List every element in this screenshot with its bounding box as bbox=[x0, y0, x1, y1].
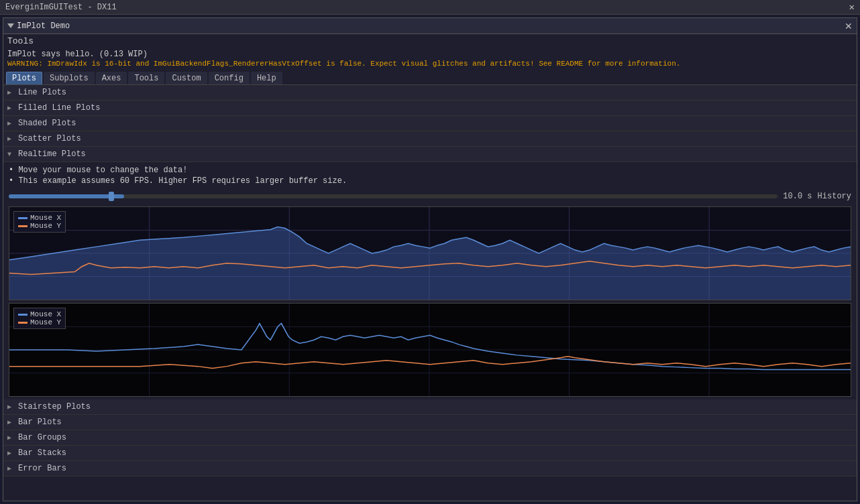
history-bar: 10.0 s History bbox=[3, 189, 857, 204]
history-slider-thumb[interactable] bbox=[109, 192, 114, 201]
section-arrow-stairstep: ▶ bbox=[7, 403, 14, 411]
section-arrow-bar-groups: ▶ bbox=[7, 434, 14, 442]
section-filled-line-plots[interactable]: ▶ Filled Line Plots bbox=[3, 101, 857, 116]
section-title-bar-stacks: Bar Stacks bbox=[18, 448, 66, 458]
section-arrow-bar-plots: ▶ bbox=[7, 418, 14, 426]
section-title-bar-plots: Bar Plots bbox=[18, 418, 62, 427]
chart1-label-mouse-y: Mouse Y bbox=[30, 222, 61, 230]
chart1-fill-area bbox=[9, 227, 851, 300]
section-arrow-error-bars: ▶ bbox=[7, 464, 14, 472]
tab-axes[interactable]: Axes bbox=[96, 72, 127, 84]
info-section: ImPlot says hello. (0.13 WIP) WARNING: I… bbox=[3, 48, 857, 70]
section-arrow-shaded-plots: ▶ bbox=[7, 119, 14, 127]
section-scatter-plots[interactable]: ▶ Scatter Plots bbox=[3, 131, 857, 147]
tab-config[interactable]: Config bbox=[209, 72, 250, 84]
chart1-legend-mouse-x: Mouse X bbox=[18, 214, 61, 222]
section-title-error-bars: Error Bars bbox=[18, 464, 66, 473]
chart2-label-mouse-x: Mouse X bbox=[30, 310, 61, 318]
chart2-line-mouse-x bbox=[9, 324, 851, 370]
tab-plots[interactable]: Plots bbox=[6, 72, 42, 84]
chart1-container: Mouse X Mouse Y bbox=[9, 206, 851, 300]
window-title: ImPlot Demo bbox=[17, 21, 70, 31]
chart2-color-mouse-y bbox=[18, 322, 28, 324]
chart2-label-mouse-y: Mouse Y bbox=[30, 318, 61, 326]
section-bar-stacks[interactable]: ▶ Bar Stacks bbox=[3, 446, 857, 461]
bullet-2: • This example assumes 60 FPS. Higher FP… bbox=[9, 176, 851, 186]
section-arrow-scatter-plots: ▶ bbox=[7, 135, 14, 143]
bullet-1: • Move your mouse to change the data! bbox=[9, 165, 851, 176]
section-title-shaded-plots: Shaded Plots bbox=[18, 119, 76, 128]
window-close-button[interactable]: ✕ bbox=[845, 21, 853, 31]
title-bar-text: EverginImGUITest - DX11 bbox=[5, 3, 117, 12]
window-titlebar: ImPlot Demo ✕ bbox=[3, 18, 857, 34]
realtime-section: ▼ Realtime Plots • Move your mouse to ch… bbox=[3, 147, 857, 397]
section-title-stairstep: Stairstep Plots bbox=[18, 402, 91, 412]
section-stairstep-plots[interactable]: ▶ Stairstep Plots bbox=[3, 399, 857, 415]
tab-subplots[interactable]: Subplots bbox=[44, 72, 95, 84]
section-realtime-plots[interactable]: ▼ Realtime Plots bbox=[3, 147, 857, 162]
window-titlebar-left: ImPlot Demo bbox=[7, 21, 70, 31]
chart1-legend: Mouse X Mouse Y bbox=[13, 211, 66, 233]
chart1-color-mouse-y bbox=[18, 225, 28, 227]
section-arrow-realtime: ▼ bbox=[7, 151, 14, 158]
section-title-bar-groups: Bar Groups bbox=[18, 433, 66, 442]
realtime-body: • Move your mouse to change the data! • … bbox=[3, 162, 857, 189]
section-arrow-line-plots: ▶ bbox=[7, 88, 14, 97]
tab-tools[interactable]: Tools bbox=[128, 72, 164, 84]
collapse-icon[interactable] bbox=[7, 23, 14, 28]
main-window: ImPlot Demo ✕ Tools ImPlot says hello. (… bbox=[3, 17, 857, 501]
chart2-line-mouse-y bbox=[9, 357, 851, 369]
section-bar-plots[interactable]: ▶ Bar Plots bbox=[3, 415, 857, 430]
tab-custom[interactable]: Custom bbox=[166, 72, 207, 84]
history-value: 10.0 s bbox=[783, 192, 812, 201]
content-area[interactable]: ▶ Line Plots ▶ Filled Line Plots ▶ Shade… bbox=[3, 85, 857, 501]
chart2-legend: Mouse X Mouse Y bbox=[13, 308, 66, 329]
tab-help[interactable]: Help bbox=[251, 72, 282, 84]
chart2-legend-mouse-x: Mouse X bbox=[18, 310, 61, 318]
chart2-container: Mouse X Mouse Y bbox=[9, 303, 851, 397]
title-bar: EverginImGUITest - DX11 ✕ bbox=[0, 0, 860, 15]
chart1-color-mouse-x bbox=[18, 217, 28, 219]
history-slider-fill bbox=[9, 194, 124, 198]
section-arrow-bar-stacks: ▶ bbox=[7, 449, 14, 457]
chart1-legend-mouse-y: Mouse Y bbox=[18, 222, 61, 230]
info-hello: ImPlot says hello. (0.13 WIP) bbox=[7, 50, 853, 59]
section-title-scatter-plots: Scatter Plots bbox=[18, 134, 81, 143]
section-error-bars[interactable]: ▶ Error Bars bbox=[3, 461, 857, 477]
tools-bar: Tools bbox=[3, 34, 857, 48]
section-bar-groups[interactable]: ▶ Bar Groups bbox=[3, 430, 857, 446]
section-title-line-plots: Line Plots bbox=[18, 88, 66, 97]
chart2-color-mouse-x bbox=[18, 314, 28, 316]
chart1-label-mouse-x: Mouse X bbox=[30, 214, 61, 222]
section-title-filled-line-plots: Filled Line Plots bbox=[18, 103, 100, 113]
warning-text: WARNING: ImDrawIdx is 16-bit and ImGuiBa… bbox=[7, 59, 853, 69]
tools-label: Tools bbox=[7, 36, 34, 46]
tab-bar: Plots Subplots Axes Tools Custom Config … bbox=[3, 70, 857, 85]
section-arrow-filled-line-plots: ▶ bbox=[7, 104, 14, 112]
section-shaded-plots[interactable]: ▶ Shaded Plots bbox=[3, 116, 857, 131]
history-slider-track[interactable] bbox=[9, 194, 777, 198]
section-line-plots[interactable]: ▶ Line Plots bbox=[3, 85, 857, 101]
section-title-realtime: Realtime Plots bbox=[18, 149, 86, 159]
chart2-legend-mouse-y: Mouse Y bbox=[18, 318, 61, 326]
title-bar-close[interactable]: ✕ bbox=[849, 1, 855, 13]
chart1-svg bbox=[9, 207, 851, 300]
history-label: History bbox=[818, 192, 851, 201]
chart2-svg bbox=[9, 304, 851, 396]
